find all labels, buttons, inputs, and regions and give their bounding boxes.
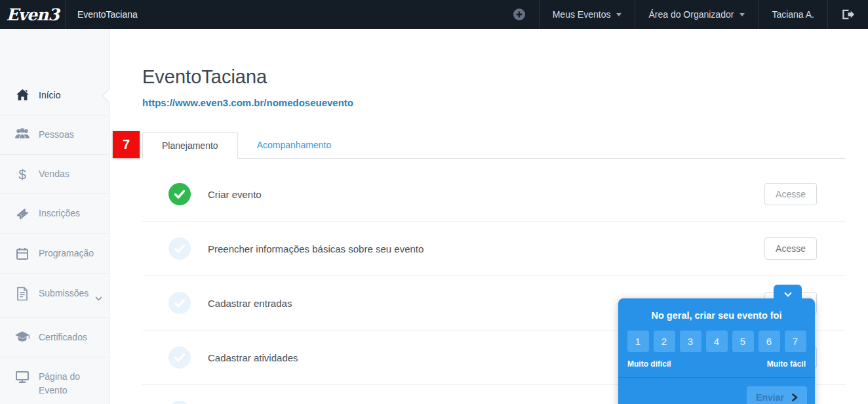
sign-out-icon (841, 9, 855, 20)
chevron-down-icon (616, 13, 621, 16)
rating-button-7[interactable]: 7 (785, 331, 806, 352)
feedback-footer: Enviar (618, 378, 815, 404)
notification-badge: 7 (113, 131, 140, 158)
create-event-button[interactable] (500, 0, 539, 29)
checklist-row: Criar evento Acesse (142, 167, 846, 222)
navbar-event-name: EventoTaciana (77, 0, 138, 29)
monitor-icon (14, 370, 30, 383)
logout-button[interactable] (827, 0, 868, 29)
home-icon (14, 89, 30, 101)
feedback-rating-scale: 1 2 3 4 5 6 7 (618, 331, 815, 352)
check-todo-icon (168, 292, 191, 314)
document-icon (14, 287, 30, 301)
even3-logo-text: Even3 (6, 5, 58, 24)
rating-button-3[interactable]: 3 (680, 331, 701, 352)
even3-logo[interactable]: Even3 (0, 0, 66, 29)
ticket-icon (14, 207, 30, 221)
graduation-cap-icon (14, 331, 30, 343)
check-todo-icon (168, 401, 191, 404)
checklist-row: Preencher informações básicas sobre seu … (142, 222, 846, 276)
acesse-button[interactable]: Acesse (764, 237, 817, 260)
sidebar-item-label: Submissões (39, 287, 91, 300)
sidebar-item-label: Vendas (39, 167, 102, 181)
sidebar-item-label: Certificados (39, 331, 102, 344)
top-navbar: Even3 EventoTaciana Meus Eventos Área do… (0, 0, 868, 29)
user-menu[interactable]: Taciana A. (758, 0, 827, 29)
sidebar-item-label: Programação (39, 247, 102, 260)
dollar-icon: $ (14, 167, 30, 181)
sidebar-item-label: Início (39, 89, 102, 102)
event-url-link[interactable]: https://www.even3.com.br/nomedoseuevento (142, 97, 353, 108)
sidebar-item-pessoas[interactable]: Pessoas (0, 115, 109, 155)
app-window: Even3 EventoTaciana Meus Eventos Área do… (0, 0, 868, 404)
rating-button-6[interactable]: 6 (759, 331, 780, 352)
min-label: Muito difícil (627, 359, 671, 369)
chevron-down-icon (95, 291, 102, 305)
sidebar-item-pagina-do-evento[interactable]: Página do Evento (0, 357, 109, 404)
chevron-down-icon (783, 292, 793, 297)
rating-button-4[interactable]: 4 (706, 331, 728, 352)
max-label: Muito fácil (767, 359, 806, 369)
sidebar-item-label: Página do Evento (39, 370, 102, 397)
chevron-right-icon (792, 394, 798, 401)
user-name: Taciana A. (772, 9, 814, 20)
check-todo-icon (168, 346, 191, 369)
sidebar: Início Pessoas $ Vendas Inscrições (0, 29, 109, 404)
acesse-button[interactable]: Acesse (764, 183, 817, 205)
sidebar-item-certificados[interactable]: Certificados (0, 318, 109, 357)
sidebar-item-submissoes[interactable]: Submissões (0, 274, 109, 318)
feedback-widget: No geral, criar seu evento foi 1 2 3 4 5… (618, 285, 815, 404)
check-todo-icon (168, 237, 191, 260)
enviar-button-label: Enviar (756, 392, 784, 403)
rating-button-5[interactable]: 5 (732, 331, 754, 352)
feedback-scale-labels: Muito difícil Muito fácil (618, 359, 815, 369)
sidebar-item-vendas[interactable]: $ Vendas (0, 155, 109, 194)
sidebar-item-inscricoes[interactable]: Inscrições (0, 194, 109, 234)
feedback-collapse-button[interactable] (774, 285, 802, 304)
chevron-down-icon (740, 13, 745, 16)
sidebar-item-inicio[interactable]: Início (0, 76, 109, 115)
sidebar-item-label: Pessoas (39, 128, 102, 142)
checklist-item-label: Criar evento (208, 189, 764, 200)
rating-button-2[interactable]: 2 (654, 331, 675, 352)
page-title: EventoTaciana (142, 66, 846, 88)
calendar-icon (14, 247, 30, 261)
plus-circle-icon (513, 8, 526, 21)
menu-area-do-organizador-label: Área do Organizador (648, 9, 734, 20)
checklist-item-label: Preencher informações básicas sobre seu … (208, 243, 764, 254)
people-icon (14, 128, 30, 139)
rating-button-1[interactable]: 1 (627, 331, 649, 352)
tab-planejamento[interactable]: Planejamento (142, 132, 238, 159)
tabs-bar: 7 Planejamento Acompanhamento (142, 132, 846, 159)
enviar-button[interactable]: Enviar (747, 386, 807, 404)
sidebar-item-label: Inscrições (39, 207, 102, 220)
feedback-panel: No geral, criar seu evento foi 1 2 3 4 5… (618, 298, 815, 404)
menu-area-do-organizador[interactable]: Área do Organizador (635, 0, 758, 29)
check-done-icon (168, 183, 191, 205)
sidebar-item-programacao[interactable]: Programação (0, 234, 109, 274)
menu-meus-eventos[interactable]: Meus Eventos (539, 0, 635, 29)
tab-acompanhamento[interactable]: Acompanhamento (238, 132, 351, 158)
navbar-right-menu: Meus Eventos Área do Organizador Taciana… (500, 0, 868, 29)
menu-meus-eventos-label: Meus Eventos (553, 9, 611, 20)
